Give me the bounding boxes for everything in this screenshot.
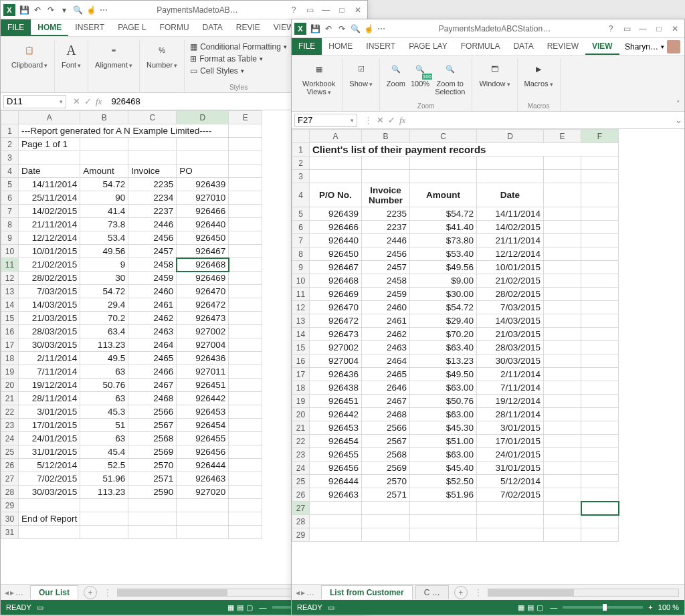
cell[interactable]: 51.96 xyxy=(80,472,128,486)
cell[interactable]: Page 1 of 1 xyxy=(19,138,80,151)
cell[interactable]: 2446 xyxy=(128,218,177,231)
header-cell[interactable]: 9 xyxy=(292,261,310,274)
cell[interactable]: 90 xyxy=(80,191,128,205)
clipboard-button[interactable]: 📋Clipboard xyxy=(9,39,50,70)
cell[interactable] xyxy=(362,170,410,183)
cell[interactable]: 14/03/2015 xyxy=(477,314,544,328)
cell[interactable]: 2462 xyxy=(362,328,410,341)
cell[interactable] xyxy=(362,528,410,542)
cell[interactable] xyxy=(477,157,544,170)
cell[interactable]: 927002 xyxy=(177,325,229,338)
cell[interactable]: 2571 xyxy=(362,488,410,502)
cell[interactable] xyxy=(544,207,581,221)
cell[interactable] xyxy=(581,354,619,368)
preview-icon[interactable]: 🔍 xyxy=(73,5,82,15)
cell[interactable] xyxy=(229,272,262,285)
cell[interactable] xyxy=(80,512,128,526)
ribbon-display-icon[interactable]: ▭ xyxy=(620,24,633,33)
cell[interactable]: 5/12/2014 xyxy=(477,475,544,488)
cell[interactable]: 73.8 xyxy=(80,218,128,231)
tab-view[interactable]: VIEW xyxy=(585,38,619,55)
cell[interactable]: 2646 xyxy=(362,381,410,395)
cell[interactable]: 926439 xyxy=(177,178,229,191)
undo-icon[interactable]: ↶ xyxy=(324,24,333,33)
cell[interactable]: 3/01/2015 xyxy=(19,405,80,419)
cell[interactable] xyxy=(229,312,262,325)
cell[interactable]: 7/11/2014 xyxy=(477,381,544,395)
cell[interactable]: $30.00 xyxy=(410,288,477,301)
cell[interactable]: 21/02/2015 xyxy=(19,258,80,272)
cell[interactable]: 926450 xyxy=(177,231,229,245)
cell[interactable]: 30 xyxy=(80,272,128,285)
cell[interactable]: 2467 xyxy=(362,395,410,408)
cell[interactable]: 17/01/2015 xyxy=(19,419,80,432)
header-cell[interactable]: 1 xyxy=(292,143,310,157)
cell[interactable]: 926467 xyxy=(310,261,362,274)
cell[interactable]: 54.72 xyxy=(80,285,128,298)
cell[interactable] xyxy=(229,499,262,512)
zoom-out-icon[interactable]: — xyxy=(260,603,267,611)
cell[interactable]: Invoice xyxy=(128,165,177,178)
header-cell[interactable]: 12 xyxy=(1,272,19,285)
cell[interactable]: 2568 xyxy=(362,448,410,461)
cell[interactable]: $70.20 xyxy=(410,328,477,341)
cell[interactable] xyxy=(581,221,619,234)
number-button[interactable]: %Number xyxy=(144,39,180,70)
cell[interactable] xyxy=(581,475,619,488)
cell[interactable] xyxy=(544,274,581,288)
cell[interactable]: 2456 xyxy=(362,247,410,261)
cell[interactable]: $63.00 xyxy=(410,381,477,395)
qat-more-icon[interactable]: ▾ xyxy=(60,5,69,15)
cell[interactable] xyxy=(581,234,619,247)
cell[interactable]: 2457 xyxy=(362,261,410,274)
header-cell[interactable]: 4 xyxy=(1,165,19,178)
cancel-formula-icon[interactable]: ✕ xyxy=(73,96,80,106)
header-cell[interactable]: 6 xyxy=(1,191,19,205)
cell[interactable]: 926463 xyxy=(310,488,362,502)
cell[interactable] xyxy=(581,207,619,221)
cell[interactable] xyxy=(581,183,619,207)
cell[interactable] xyxy=(229,165,262,178)
header-cell[interactable]: 17 xyxy=(1,338,19,352)
cell[interactable]: 14/03/2015 xyxy=(19,298,80,312)
cell[interactable] xyxy=(229,124,262,138)
cell[interactable] xyxy=(544,435,581,448)
cell[interactable] xyxy=(410,157,477,170)
touch-icon[interactable]: ☝ xyxy=(86,5,96,15)
header-cell[interactable]: 20 xyxy=(292,408,310,421)
cell[interactable]: 926440 xyxy=(310,234,362,247)
cell[interactable]: $9.00 xyxy=(410,274,477,288)
header-cell[interactable]: 19 xyxy=(292,395,310,408)
view-mode-buttons[interactable]: ▦▤▢ xyxy=(516,603,545,612)
cell[interactable]: Amount xyxy=(80,165,128,178)
header-cell[interactable]: 2 xyxy=(292,157,310,170)
header-cell[interactable]: 12 xyxy=(292,301,310,314)
header-cell[interactable]: 24 xyxy=(1,432,19,445)
cell[interactable]: 926455 xyxy=(177,432,229,445)
cell[interactable]: 2459 xyxy=(128,272,177,285)
header-cell[interactable]: 30 xyxy=(1,512,19,526)
cell[interactable]: 2569 xyxy=(128,445,177,459)
cell[interactable]: 926450 xyxy=(310,247,362,261)
cell[interactable]: 2566 xyxy=(128,405,177,419)
help-icon[interactable]: ? xyxy=(604,24,617,33)
cell[interactable] xyxy=(410,515,477,528)
cell[interactable]: 926456 xyxy=(177,445,229,459)
header-cell[interactable]: 7 xyxy=(1,205,19,218)
tab-review[interactable]: REVIE xyxy=(229,19,267,36)
cell[interactable] xyxy=(544,234,581,247)
cell[interactable]: 926469 xyxy=(177,272,229,285)
cell[interactable]: 28/11/2014 xyxy=(19,392,80,405)
cell[interactable]: 2461 xyxy=(362,314,410,328)
cell[interactable]: 926444 xyxy=(177,459,229,472)
zoom-in-icon[interactable]: + xyxy=(648,603,652,611)
header-cell[interactable]: 8 xyxy=(292,247,310,261)
zoom-button[interactable]: 🔍Zoom xyxy=(384,58,408,97)
cell[interactable] xyxy=(229,178,262,191)
cell[interactable]: Date xyxy=(477,183,544,207)
cell[interactable]: 2460 xyxy=(128,285,177,298)
cell[interactable] xyxy=(544,288,581,301)
maximize-button[interactable]: □ xyxy=(652,24,666,33)
header-cell[interactable]: 18 xyxy=(292,381,310,395)
zoom-slider[interactable] xyxy=(563,606,643,609)
